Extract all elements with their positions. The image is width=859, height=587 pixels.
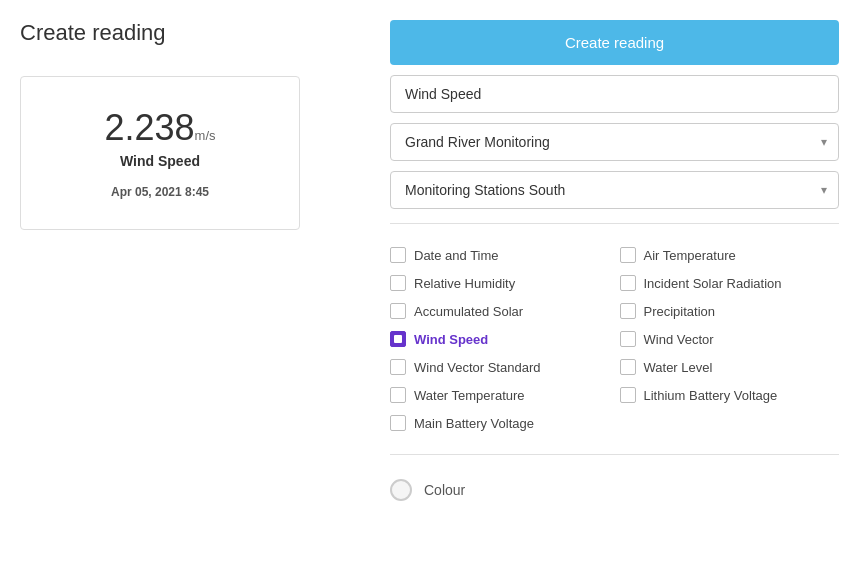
checkbox-item-precipitation: Precipitation xyxy=(620,300,840,322)
checkbox-item-date-time: Date and Time xyxy=(390,244,610,266)
checkbox-water-level[interactable] xyxy=(620,359,636,375)
reading-card: 2.238m/s Wind Speed Apr 05, 2021 8:45 xyxy=(20,76,300,230)
checkbox-label-main-battery: Main Battery Voltage xyxy=(414,416,534,431)
checkbox-label-date-time: Date and Time xyxy=(414,248,499,263)
create-reading-button[interactable]: Create reading xyxy=(390,20,839,65)
checkbox-wind-vector-standard[interactable] xyxy=(390,359,406,375)
page-title: Create reading xyxy=(20,20,370,46)
checkbox-item-wind-speed: Wind Speed xyxy=(390,328,610,350)
station-select[interactable]: Monitoring Stations South xyxy=(390,171,839,209)
checkbox-wind-vector[interactable] xyxy=(620,331,636,347)
divider-2 xyxy=(390,454,839,455)
colour-label: Colour xyxy=(424,482,465,498)
checkbox-label-accumulated-solar: Accumulated Solar xyxy=(414,304,523,319)
reading-date: Apr 05, 2021 8:45 xyxy=(41,185,279,199)
monitoring-select-wrapper: Grand River Monitoring ▾ xyxy=(390,123,839,161)
checkbox-label-wind-vector: Wind Vector xyxy=(644,332,714,347)
checkbox-item-accumulated-solar: Accumulated Solar xyxy=(390,300,610,322)
checkbox-label-precipitation: Precipitation xyxy=(644,304,716,319)
checkbox-item-lithium-battery: Lithium Battery Voltage xyxy=(620,384,840,406)
checkbox-label-air-temp: Air Temperature xyxy=(644,248,736,263)
checkbox-label-incident-solar: Incident Solar Radiation xyxy=(644,276,782,291)
checkbox-label-water-temp: Water Temperature xyxy=(414,388,525,403)
checkbox-item-relative-humidity: Relative Humidity xyxy=(390,272,610,294)
checkbox-item-air-temp: Air Temperature xyxy=(620,244,840,266)
checkbox-incident-solar[interactable] xyxy=(620,275,636,291)
checkbox-main-battery[interactable] xyxy=(390,415,406,431)
checkbox-relative-humidity[interactable] xyxy=(390,275,406,291)
checkbox-item-main-battery: Main Battery Voltage xyxy=(390,412,610,434)
reading-unit: m/s xyxy=(195,128,216,143)
checkbox-label-wind-speed: Wind Speed xyxy=(414,332,488,347)
divider-1 xyxy=(390,223,839,224)
checkbox-air-temp[interactable] xyxy=(620,247,636,263)
checkbox-item-incident-solar: Incident Solar Radiation xyxy=(620,272,840,294)
right-panel: Create reading Grand River Monitoring ▾ … xyxy=(390,20,839,567)
monitoring-select[interactable]: Grand River Monitoring xyxy=(390,123,839,161)
checkbox-label-relative-humidity: Relative Humidity xyxy=(414,276,515,291)
checkbox-precipitation[interactable] xyxy=(620,303,636,319)
checkbox-item-wind-vector-standard: Wind Vector Standard xyxy=(390,356,610,378)
checkbox-label-lithium-battery: Lithium Battery Voltage xyxy=(644,388,778,403)
checkbox-water-temp[interactable] xyxy=(390,387,406,403)
checkbox-item-water-temp: Water Temperature xyxy=(390,384,610,406)
checkbox-label-wind-vector-standard: Wind Vector Standard xyxy=(414,360,540,375)
wind-speed-input[interactable] xyxy=(390,75,839,113)
checkbox-item-water-level: Water Level xyxy=(620,356,840,378)
checkboxes-grid: Date and Time Air Temperature Relative H… xyxy=(390,238,839,440)
checkbox-accumulated-solar[interactable] xyxy=(390,303,406,319)
colour-radio[interactable] xyxy=(390,479,412,501)
left-panel: Create reading 2.238m/s Wind Speed Apr 0… xyxy=(20,20,370,567)
checkbox-label-water-level: Water Level xyxy=(644,360,713,375)
reading-number: 2.238 xyxy=(104,107,194,148)
station-select-wrapper: Monitoring Stations South ▾ xyxy=(390,171,839,209)
reading-label: Wind Speed xyxy=(41,153,279,169)
checkbox-date-time[interactable] xyxy=(390,247,406,263)
colour-row: Colour xyxy=(390,469,839,511)
checkbox-item-wind-vector: Wind Vector xyxy=(620,328,840,350)
checkbox-wind-speed[interactable] xyxy=(390,331,406,347)
reading-value: 2.238m/s xyxy=(41,107,279,149)
checkbox-lithium-battery[interactable] xyxy=(620,387,636,403)
